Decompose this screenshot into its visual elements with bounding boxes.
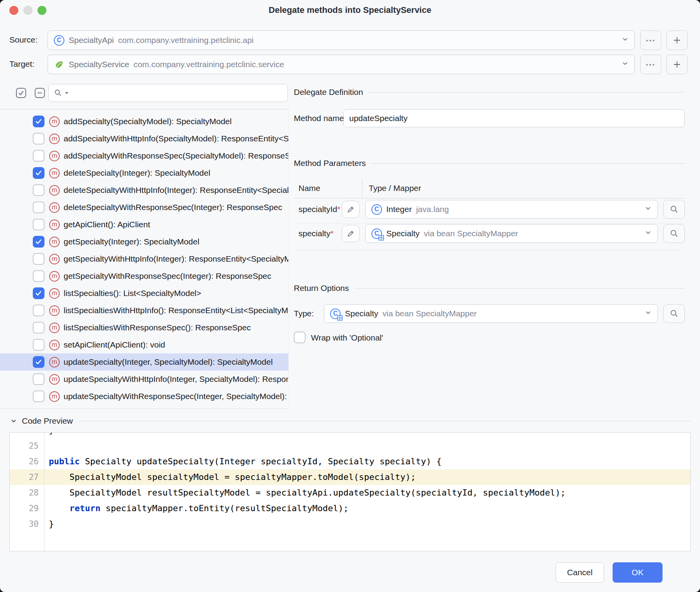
choose-return-type-button[interactable] — [663, 304, 685, 323]
source-combobox[interactable]: C SpecialtyApi com.company.vettraining.p… — [48, 30, 635, 50]
source-label: Source: — [9, 35, 37, 45]
method-list-item[interactable]: mupdateSpecialtyWithResponseSpec(Integer… — [0, 388, 288, 405]
method-checkbox[interactable] — [33, 253, 44, 265]
method-checkbox[interactable] — [33, 287, 44, 299]
method-signature: addSpecialtyWithHttpInfo(SpecialtyModel)… — [64, 134, 289, 143]
parameter-type-detail: via bean SpecialtyMapper — [424, 229, 518, 238]
return-type-detail: via bean SpecialtyMapper — [382, 309, 477, 318]
return-type-label: Type: — [294, 309, 314, 318]
parameter-type-detail: java.lang — [416, 205, 449, 214]
collapse-chevron-icon[interactable] — [9, 417, 18, 425]
method-checkbox[interactable] — [33, 305, 44, 316]
method-icon: m — [49, 134, 60, 144]
method-checkbox[interactable] — [33, 167, 44, 179]
parameter-type: Integer — [386, 205, 412, 214]
method-list-item[interactable]: mlistSpecialtiesWithHttpInfo(): Response… — [0, 302, 288, 319]
parameter-type-combobox[interactable]: C Integer java.lang — [365, 200, 658, 219]
method-list[interactable]: maddSpecialty(SpecialtyModel): Specialty… — [0, 109, 289, 409]
edit-parameter-button[interactable] — [342, 201, 360, 218]
method-list-item[interactable]: mupdateSpecialtyWithHttpInfo(Integer, Sp… — [0, 371, 288, 388]
cancel-button[interactable]: Cancel — [556, 562, 604, 583]
method-checkbox[interactable] — [33, 270, 44, 282]
method-list-item[interactable]: mgetSpecialty(Integer): SpecialtyModel — [0, 233, 288, 250]
method-list-item[interactable]: maddSpecialtyWithHttpInfo(SpecialtyModel… — [0, 130, 288, 147]
choose-parameter-type-button[interactable] — [663, 200, 685, 219]
method-name-input[interactable] — [343, 109, 685, 127]
return-type-combobox[interactable]: C Specialty via bean SpecialtyMapper — [324, 304, 658, 323]
method-signature: listSpecialtiesWithResponseSpec(): Respo… — [64, 323, 251, 332]
method-checkbox[interactable] — [33, 391, 44, 402]
required-asterisk: * — [330, 229, 334, 238]
method-list-item[interactable]: mdeleteSpecialtyWithHttpInfo(Integer): R… — [0, 182, 288, 199]
method-checkbox[interactable] — [33, 201, 44, 213]
method-signature: addSpecialtyWithResponseSpec(SpecialtyMo… — [64, 151, 289, 160]
method-checkbox[interactable] — [33, 184, 44, 196]
method-signature: deleteSpecialtyWithHttpInfo(Integer): Re… — [64, 185, 289, 195]
parameter-name: specialtyId* — [298, 205, 340, 214]
method-signature: listSpecialtiesWithHttpInfo(): ResponseE… — [64, 306, 289, 315]
target-combobox[interactable]: SpecialtyService com.company.vettraining… — [48, 55, 635, 74]
method-list-item[interactable]: mgetApiClient(): ApiClient — [0, 216, 288, 233]
ok-button[interactable]: OK — [613, 562, 663, 583]
method-signature: deleteSpecialty(Integer): SpecialtyModel — [64, 168, 210, 178]
method-list-item[interactable]: mdeleteSpecialty(Integer): SpecialtyMode… — [0, 164, 288, 182]
method-list-item[interactable]: maddSpecialtyWithResponseSpec(SpecialtyM… — [0, 147, 288, 164]
method-signature: deleteSpecialtyWithResponseSpec(Integer)… — [64, 203, 282, 212]
method-list-item[interactable]: mgetSpecialtyWithResponseSpec(Integer): … — [0, 267, 288, 285]
search-input[interactable] — [71, 88, 283, 98]
method-checkbox[interactable] — [33, 373, 44, 385]
method-checkbox[interactable] — [33, 322, 44, 333]
mapped-class-icon: C — [371, 228, 382, 239]
chevron-down-icon — [621, 59, 629, 70]
method-icon: m — [49, 237, 60, 247]
gutter-separator — [44, 433, 44, 551]
method-checkbox[interactable] — [33, 150, 44, 162]
method-signature: getSpecialty(Integer): SpecialtyModel — [64, 237, 199, 246]
method-signature: listSpecialties(): List<SpecialtyModel> — [64, 289, 201, 298]
target-class-name: SpecialtyService — [69, 60, 129, 69]
method-icon: m — [49, 288, 60, 299]
code-line: public Specialty updateSpecialty(Integer… — [49, 454, 442, 469]
method-checkbox[interactable] — [33, 116, 44, 127]
delegate-definition-title: Delegate Definition — [294, 87, 363, 97]
parameter-name: specialty* — [298, 229, 334, 238]
chevron-down-icon — [644, 204, 652, 215]
code-preview-title: Code Preview — [22, 416, 73, 426]
method-checkbox[interactable] — [33, 133, 44, 144]
chevron-down-icon — [644, 228, 652, 239]
plus-icon — [672, 60, 682, 69]
line-number: 27 — [10, 469, 39, 485]
method-icon: m — [49, 357, 60, 367]
wrap-optional-checkbox[interactable] — [294, 332, 306, 343]
method-list-item[interactable]: maddSpecialty(SpecialtyModel): Specialty… — [0, 113, 288, 130]
required-asterisk: * — [337, 205, 340, 214]
method-list-item[interactable]: mgetSpecialtyWithHttpInfo(Integer): Resp… — [0, 250, 288, 267]
method-list-item[interactable]: mdeleteSpecialtyWithResponseSpec(Integer… — [0, 199, 288, 216]
method-list-item[interactable]: mlistSpecialtiesWithResponseSpec(): Resp… — [0, 319, 288, 336]
ellipsis-icon: ••• — [646, 37, 656, 44]
delegate-definition-section-header: Delegate Definition — [294, 87, 685, 97]
method-icon: m — [49, 271, 60, 282]
source-browse-button[interactable]: ••• — [640, 30, 661, 50]
method-checkbox[interactable] — [33, 356, 44, 368]
method-search-field[interactable] — [48, 84, 288, 102]
method-checkbox[interactable] — [33, 339, 44, 351]
method-signature: addSpecialty(SpecialtyModel): SpecialtyM… — [64, 117, 232, 126]
method-list-item[interactable]: mupdateSpecialty(Integer, SpecialtyModel… — [0, 353, 288, 371]
unselect-all-button[interactable] — [34, 87, 46, 99]
source-add-button[interactable] — [666, 30, 688, 50]
method-list-item[interactable]: mlistSpecialties(): List<SpecialtyModel> — [0, 285, 288, 302]
target-browse-button[interactable]: ••• — [640, 55, 661, 74]
chevron-down-icon — [644, 308, 652, 319]
method-checkbox[interactable] — [33, 236, 44, 248]
edit-parameter-button[interactable] — [342, 225, 360, 242]
method-checkbox[interactable] — [33, 219, 44, 230]
magnifier-icon — [669, 204, 679, 214]
magnifier-icon — [669, 308, 679, 319]
choose-parameter-type-button[interactable] — [663, 224, 685, 243]
select-all-button[interactable] — [15, 87, 27, 99]
method-list-item[interactable]: msetApiClient(ApiClient): void — [0, 336, 288, 353]
target-add-button[interactable] — [666, 55, 688, 74]
parameter-type-combobox[interactable]: C Specialty via bean SpecialtyMapper — [365, 224, 658, 243]
code-line: } — [49, 432, 54, 438]
